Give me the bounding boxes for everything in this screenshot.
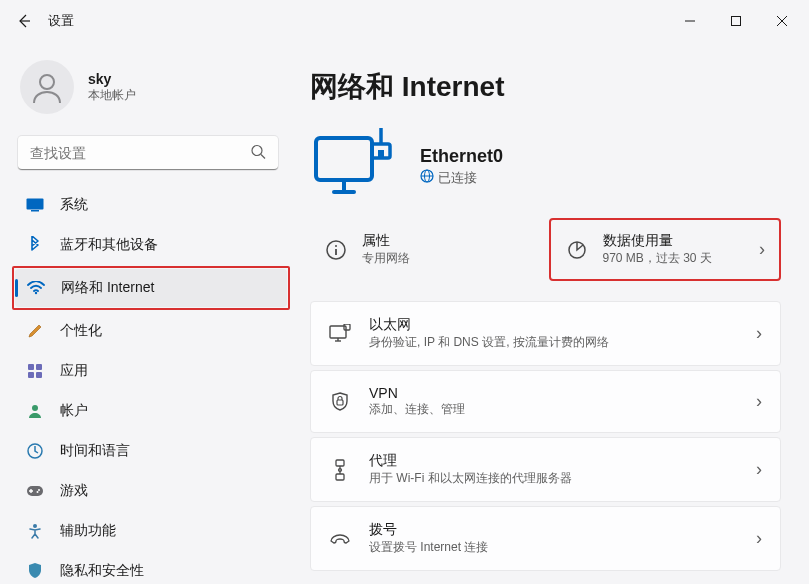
properties-card[interactable]: 属性 专用网络 bbox=[310, 218, 539, 281]
wifi-icon bbox=[27, 281, 45, 295]
close-button[interactable] bbox=[759, 5, 805, 37]
highlight-network: 网络和 Internet bbox=[12, 266, 290, 310]
sidebar-item-label: 蓝牙和其他设备 bbox=[60, 236, 158, 254]
svg-point-18 bbox=[37, 491, 39, 493]
data-usage-title: 数据使用量 bbox=[603, 232, 712, 250]
sidebar-item-accounts[interactable]: 帐户 bbox=[14, 392, 288, 430]
sidebar-item-network[interactable]: 网络和 Internet bbox=[15, 269, 287, 307]
search-input[interactable] bbox=[18, 136, 278, 170]
search-icon bbox=[250, 144, 266, 163]
sidebar-item-personalization[interactable]: 个性化 bbox=[14, 312, 288, 350]
settings-item-proxy[interactable]: 代理 用于 Wi-Fi 和以太网连接的代理服务器 bbox=[310, 437, 781, 502]
svg-rect-7 bbox=[27, 199, 44, 210]
chevron-right-icon bbox=[756, 323, 762, 344]
search-wrap bbox=[18, 136, 278, 170]
system-icon bbox=[26, 198, 44, 212]
pie-chart-icon bbox=[565, 238, 589, 262]
ethernet-icon bbox=[329, 324, 351, 344]
svg-point-19 bbox=[33, 524, 37, 528]
svg-rect-20 bbox=[316, 138, 372, 180]
brush-icon bbox=[26, 323, 44, 339]
svg-rect-37 bbox=[337, 400, 343, 405]
user-name: sky bbox=[88, 71, 136, 87]
minimize-button[interactable] bbox=[667, 5, 713, 37]
list-title: 代理 bbox=[369, 452, 572, 470]
sidebar-item-label: 系统 bbox=[60, 196, 88, 214]
sidebar-item-label: 帐户 bbox=[60, 402, 88, 420]
sidebar-item-apps[interactable]: 应用 bbox=[14, 352, 288, 390]
svg-rect-24 bbox=[378, 150, 384, 158]
list-title: 以太网 bbox=[369, 316, 609, 334]
main-content: 网络和 Internet Ethernet0 已连接 bbox=[296, 42, 809, 584]
accessibility-icon bbox=[26, 523, 44, 539]
person-icon bbox=[29, 69, 65, 105]
avatar bbox=[20, 60, 74, 114]
properties-sub: 专用网络 bbox=[362, 250, 410, 267]
monitor-ethernet-icon bbox=[310, 126, 398, 206]
sidebar-item-time-language[interactable]: 时间和语言 bbox=[14, 432, 288, 470]
svg-line-6 bbox=[261, 155, 265, 159]
globe-icon bbox=[420, 169, 434, 186]
gaming-icon bbox=[26, 485, 44, 497]
maximize-icon bbox=[731, 16, 741, 26]
window-title: 设置 bbox=[48, 12, 74, 30]
svg-rect-1 bbox=[732, 17, 741, 26]
back-button[interactable] bbox=[4, 1, 44, 41]
chevron-right-icon bbox=[756, 391, 762, 412]
titlebar: 设置 bbox=[0, 0, 809, 42]
bluetooth-icon bbox=[26, 236, 44, 254]
sidebar-item-label: 个性化 bbox=[60, 322, 102, 340]
sidebar-item-privacy[interactable]: 隐私和安全性 bbox=[14, 552, 288, 584]
data-usage-sub: 970 MB，过去 30 天 bbox=[603, 250, 712, 267]
sidebar-item-label: 网络和 Internet bbox=[61, 279, 154, 297]
svg-point-14 bbox=[32, 405, 38, 411]
svg-rect-38 bbox=[336, 460, 344, 466]
settings-item-dialup[interactable]: 拨号 设置拨号 Internet 连接 bbox=[310, 506, 781, 571]
user-block[interactable]: sky 本地帐户 bbox=[14, 54, 288, 128]
chevron-right-icon bbox=[759, 239, 765, 260]
svg-rect-10 bbox=[28, 364, 34, 370]
sidebar: sky 本地帐户 系统 蓝牙和其他设备 网络和 Internet bbox=[0, 42, 296, 584]
network-status: 已连接 bbox=[420, 169, 503, 187]
network-name: Ethernet0 bbox=[420, 146, 503, 167]
info-icon bbox=[324, 238, 348, 262]
settings-item-ethernet[interactable]: 以太网 身份验证, IP 和 DNS 设置, 按流量计费的网络 bbox=[310, 301, 781, 366]
account-icon bbox=[26, 403, 44, 419]
svg-rect-12 bbox=[28, 372, 34, 378]
sidebar-item-system[interactable]: 系统 bbox=[14, 186, 288, 224]
shield-icon bbox=[26, 563, 44, 579]
chevron-right-icon bbox=[756, 528, 762, 549]
user-account-type: 本地帐户 bbox=[88, 87, 136, 104]
window-controls bbox=[667, 5, 805, 37]
arrow-left-icon bbox=[16, 13, 32, 29]
dialup-phone-icon bbox=[329, 531, 351, 547]
svg-point-4 bbox=[40, 75, 54, 89]
maximize-button[interactable] bbox=[713, 5, 759, 37]
minimize-icon bbox=[685, 16, 695, 26]
chevron-right-icon bbox=[756, 459, 762, 480]
list-title: 拨号 bbox=[369, 521, 488, 539]
svg-rect-13 bbox=[36, 372, 42, 378]
properties-title: 属性 bbox=[362, 232, 410, 250]
sidebar-item-label: 隐私和安全性 bbox=[60, 562, 144, 580]
proxy-icon bbox=[329, 459, 351, 481]
settings-item-vpn[interactable]: VPN 添加、连接、管理 bbox=[310, 370, 781, 433]
sidebar-item-label: 辅助功能 bbox=[60, 522, 116, 540]
svg-point-5 bbox=[252, 146, 262, 156]
svg-point-30 bbox=[335, 245, 337, 247]
page-title: 网络和 Internet bbox=[310, 68, 781, 106]
svg-point-9 bbox=[35, 292, 37, 294]
sidebar-item-label: 应用 bbox=[60, 362, 88, 380]
svg-rect-36 bbox=[344, 324, 350, 330]
sidebar-item-gaming[interactable]: 游戏 bbox=[14, 472, 288, 510]
list-sub: 设置拨号 Internet 连接 bbox=[369, 539, 488, 556]
svg-rect-8 bbox=[31, 210, 39, 212]
sidebar-item-label: 时间和语言 bbox=[60, 442, 130, 460]
sidebar-item-label: 游戏 bbox=[60, 482, 88, 500]
network-status-row: Ethernet0 已连接 bbox=[310, 126, 781, 206]
sidebar-item-accessibility[interactable]: 辅助功能 bbox=[14, 512, 288, 550]
data-usage-card[interactable]: 数据使用量 970 MB，过去 30 天 bbox=[549, 218, 782, 281]
sidebar-item-bluetooth[interactable]: 蓝牙和其他设备 bbox=[14, 226, 288, 264]
clock-globe-icon bbox=[26, 443, 44, 459]
svg-rect-11 bbox=[36, 364, 42, 370]
